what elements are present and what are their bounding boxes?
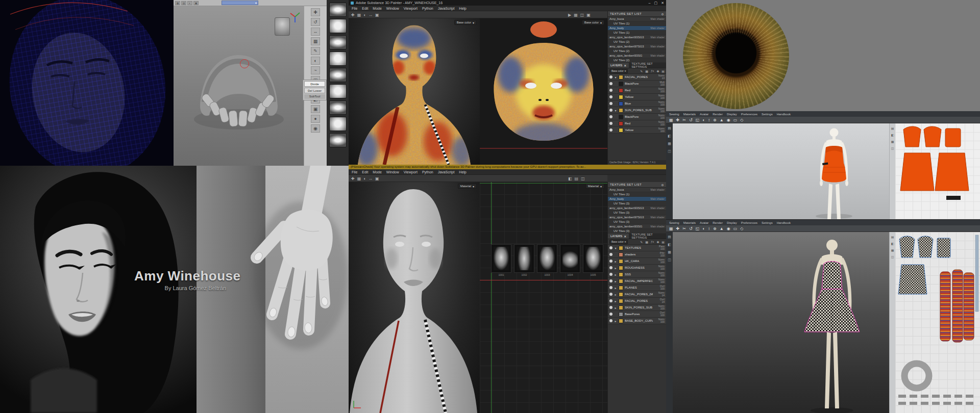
tool-icon[interactable]: ↺ [689,118,693,122]
baked-map-thumbnail[interactable]: 1005 [583,244,603,278]
toolbar-icon[interactable]: ▤ [181,1,186,5]
texture-set-row[interactable]: UV Tiles (3) [608,220,666,224]
texture-set-row[interactable]: Amy_body Main shader [608,26,666,31]
shelf-tool-icon[interactable]: ~ [311,66,320,74]
subtool-thumbnail[interactable] [329,35,347,49]
texture-set-row[interactable]: UV Tiles (3) [608,201,666,206]
layer-visibility-icon[interactable] [609,260,612,263]
axis-gizmo-icon[interactable] [288,10,302,23]
sidebar-icon[interactable]: ▤ [668,235,671,239]
viewport-toggle-icon[interactable]: ▦ [574,13,578,17]
subtool-thumbnail[interactable] [329,133,347,147]
layer-row[interactable]: Yellow Norm100 [608,94,666,100]
sidebar-icon[interactable]: ◫ [668,149,671,153]
close-button[interactable]: ✕ [661,1,664,5]
baked-map-thumbnail[interactable]: 1004 [560,244,580,278]
shelf-tool-icon[interactable]: ◐ [311,57,320,65]
divider-tool-icon[interactable]: ◧ [891,133,894,137]
tool-icon[interactable]: ✚ [351,176,355,181]
viewport-toggle-icon[interactable]: ◫ [580,13,584,17]
layer-visibility-icon[interactable] [609,82,612,85]
channel-select-2d[interactable]: Base color▾ [582,20,604,25]
divider-tool-icon[interactable]: ◫ [891,146,894,150]
dock-toggle-icon[interactable]: ▤ [575,176,579,181]
layer-visibility-icon[interactable] [609,279,612,282]
gear-icon[interactable]: ⚙ [661,12,664,16]
tool-icon[interactable]: ✂ [682,226,686,231]
shelf-tool-icon[interactable]: ▦ [311,37,320,45]
texture-set-row[interactable]: UV Tiles (3) [608,211,666,215]
garment-3d-viewport[interactable] [673,232,889,413]
layer-row[interactable]: ▸ HK_CARA Norm100 [608,258,666,265]
layer-visibility-icon[interactable] [609,128,612,132]
shelf-tool-icon[interactable]: ✚ [311,8,320,16]
menu-item[interactable]: Avatar [700,113,708,116]
layer-visibility-icon[interactable] [609,319,612,322]
layer-tool-icon[interactable]: ▦ [645,69,648,73]
layer-row[interactable]: BlackPore Norm100 [608,114,666,120]
menu-item[interactable]: Render [713,113,723,116]
texture-set-row[interactable]: UV Tiles (1) [608,21,666,26]
menu-item[interactable]: Sewing [669,113,679,116]
layer-tool-icon[interactable]: ✎ [640,69,643,73]
tool-icon[interactable]: ↺ [689,226,693,231]
menu-item[interactable]: Edit [362,170,368,174]
shelf-tool-icon[interactable]: ▣ [311,105,320,113]
tool-icon[interactable]: ✚ [676,118,680,122]
tool-icon[interactable]: ↔ [369,13,373,17]
divider-tool-icon[interactable]: ▤ [891,126,894,130]
layer-row[interactable]: ▾ SUN_PORES_SUB Norm100 [608,107,666,114]
sculpt-canvas[interactable] [174,6,304,166]
texture-set-row[interactable]: UV Tiles (1) [608,192,666,197]
menu-item[interactable]: Mode [373,170,382,174]
menu-item[interactable]: Display [727,221,737,224]
sidebar-icon[interactable]: ▤ [668,126,671,131]
tool-icon[interactable]: ▣ [375,176,379,181]
layer-tool-icon[interactable]: ƒx [651,69,654,72]
tool-icon[interactable]: ▲ [720,226,724,231]
sidebar-icon[interactable]: ◧ [668,134,671,138]
tool-icon[interactable]: ▭ [733,226,738,231]
tool-icon[interactable]: ◐ [363,176,366,181]
baked-map-thumbnail[interactable]: 1003 [537,244,557,278]
shelf-tool-icon[interactable]: ↔ [311,28,320,36]
tool-icon[interactable]: ◉ [727,226,730,231]
menu-item[interactable]: Viewport [404,170,418,174]
layer-visibility-icon[interactable] [609,266,612,269]
tool-icon[interactable]: ▣ [375,13,379,17]
menu-item[interactable]: Window [386,7,399,10]
tool-icon[interactable]: ▭ [733,118,738,122]
layer-tool-icon[interactable]: ✚ [656,240,659,244]
texture-set-row[interactable]: UV Tiles (1) [608,31,666,35]
subtool-thumbnail[interactable] [329,100,347,115]
divider-tool-icon[interactable]: ◫ [891,255,894,259]
pattern-2d-viewport[interactable] [895,123,980,219]
menu-item[interactable]: Materials [683,113,696,116]
texture-set-row[interactable]: amy_ojos_lambert93SG3 Main shader [608,35,666,40]
texture-set-row[interactable]: amy_ojos_lambert97SG3 Main shader [608,215,666,220]
tool-icon[interactable]: ⊕ [713,226,717,231]
tool-icon[interactable]: ◱ [696,226,700,231]
layer-tool-icon[interactable]: ▤ [662,69,665,73]
tool-icon[interactable]: ▦ [669,118,673,122]
layer-visibility-icon[interactable] [609,299,612,302]
layer-row[interactable]: ▸ ROUGHNESS Norm100 [608,265,666,271]
layer-row[interactable]: ▸ FACIAL_PORES Ovrl14 [608,298,666,304]
layer-visibility-icon[interactable] [609,75,612,79]
layer-row[interactable]: ▸ FACIAL_PORES_(MI) Norm14 [608,291,666,298]
tool-icon[interactable]: ◇ [740,118,743,122]
gpu-warning-bar[interactable]: [PStreamCheck] Your operating system may… [349,165,666,169]
channel-select-2d[interactable]: Material▾ [585,184,604,189]
layer-row[interactable]: ▸ BASE_BODY_CURVATURE_A Norm100 [608,318,666,324]
layer-row[interactable]: ▸ PLANES Ovrl100 [608,285,666,291]
sidebar-icon[interactable]: ◫ [668,258,671,262]
menu-item[interactable]: Avatar [700,221,708,224]
subtool-thumbnail[interactable] [329,3,347,17]
layer-row[interactable]: Yellow Norm100 [608,127,666,134]
menu-item[interactable]: File [352,7,357,10]
layer-visibility-icon[interactable] [609,122,612,125]
tool-icon[interactable]: ✂ [682,118,686,122]
baked-map-thumbnail[interactable]: 1002 [514,244,534,278]
dock-toggle-icon[interactable]: ◫ [581,176,585,181]
divider-tool-icon[interactable]: ▦ [891,140,894,143]
